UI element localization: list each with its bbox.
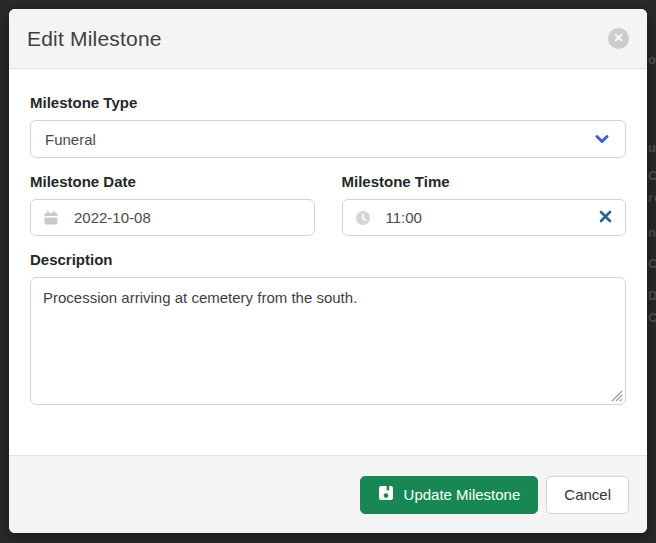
modal-body: Milestone Type Funeral Milestone Date <box>9 69 647 455</box>
update-milestone-label: Update Milestone <box>404 486 521 503</box>
modal-footer: Update Milestone Cancel <box>9 455 647 533</box>
backdrop-fragment: C <box>648 256 656 271</box>
cancel-button[interactable]: Cancel <box>546 476 629 514</box>
close-icon: ✕ <box>613 31 623 45</box>
clear-time-button[interactable] <box>598 209 613 227</box>
backdrop-fragment: n <box>648 225 656 240</box>
x-clear-icon <box>598 209 613 227</box>
backdrop-fragment: C <box>648 310 656 325</box>
modal-header: Edit Milestone ✕ <box>9 9 647 69</box>
close-button[interactable]: ✕ <box>608 28 629 49</box>
description-textarea[interactable]: Procession arriving at cemetery from the… <box>30 277 626 405</box>
update-milestone-button[interactable]: Update Milestone <box>360 476 539 514</box>
calendar-icon <box>43 210 59 226</box>
description-label: Description <box>30 251 626 268</box>
milestone-time-field[interactable] <box>386 209 599 226</box>
edit-milestone-modal: Edit Milestone ✕ Milestone Type Funeral … <box>9 9 647 533</box>
milestone-type-label: Milestone Type <box>30 94 626 111</box>
milestone-time-input[interactable] <box>342 199 627 236</box>
milestone-type-select[interactable]: Funeral <box>30 120 626 158</box>
backdrop-fragment: C <box>648 168 656 183</box>
milestone-date-label: Milestone Date <box>30 173 315 190</box>
cancel-label: Cancel <box>564 486 611 503</box>
modal-title: Edit Milestone <box>27 27 162 51</box>
backdrop-fragment: ro <box>648 190 656 205</box>
backdrop-fragment: o <box>648 52 656 67</box>
milestone-date-input[interactable] <box>30 199 315 236</box>
backdrop-fragment: u <box>648 140 656 155</box>
milestone-date-field[interactable] <box>74 209 302 226</box>
save-icon <box>378 485 394 504</box>
clock-icon <box>355 210 371 226</box>
milestone-type-value: Funeral <box>45 131 96 148</box>
backdrop-fragment: De <box>648 288 656 303</box>
chevron-down-icon <box>593 130 611 148</box>
milestone-time-label: Milestone Time <box>342 173 627 190</box>
